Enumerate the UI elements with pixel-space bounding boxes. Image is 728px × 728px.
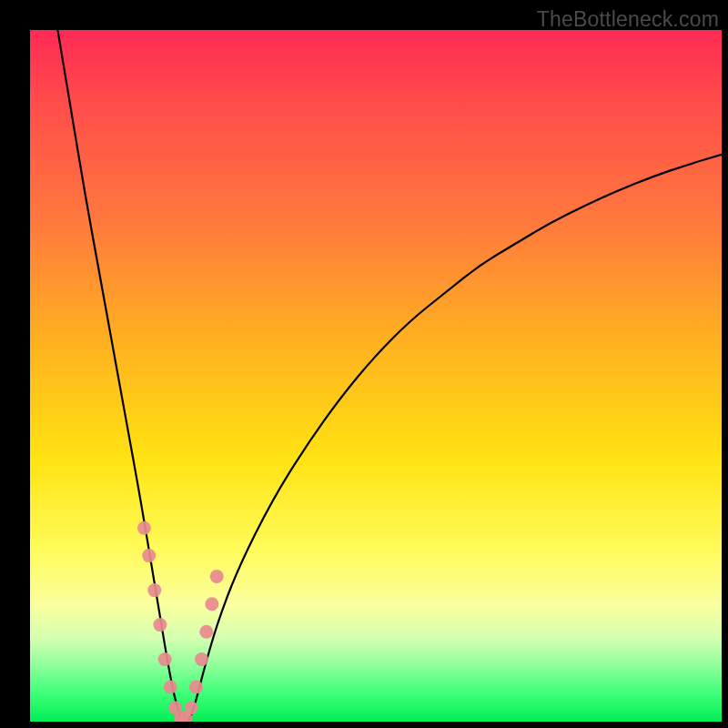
marker-point <box>164 681 177 694</box>
marker-point <box>195 652 208 666</box>
marker-point <box>205 597 218 611</box>
curve-layer <box>30 30 722 722</box>
marker-point <box>147 583 161 597</box>
plot-area <box>30 30 722 722</box>
marker-point <box>210 570 224 583</box>
marker-point <box>142 549 156 562</box>
marker-point <box>189 681 203 694</box>
marker-point <box>153 618 167 632</box>
marker-point <box>137 521 151 535</box>
marker-point <box>158 652 172 666</box>
chart-container: TheBottleneck.com <box>0 0 728 728</box>
bottleneck-curve <box>57 30 722 722</box>
marker-point <box>199 625 213 639</box>
highlight-markers <box>137 521 224 722</box>
watermark-text: TheBottleneck.com <box>537 7 719 32</box>
marker-point <box>185 701 198 714</box>
